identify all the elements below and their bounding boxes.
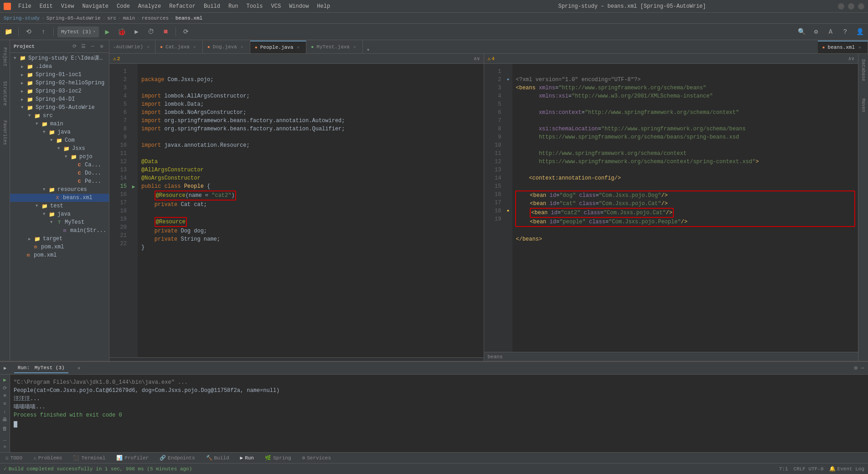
tools-problems[interactable]: ⚠ Problems xyxy=(31,454,64,462)
close-panel-icon[interactable]: ─ xyxy=(861,365,864,371)
tree-item-people[interactable]: C Pe... xyxy=(10,177,109,185)
tree-item-testjava[interactable]: ▼ 📁 java xyxy=(10,210,109,218)
run-filter-btn[interactable]: ≡ xyxy=(1,400,9,407)
toolbar-help[interactable]: ? xyxy=(839,26,852,38)
expand-icon[interactable]: ∧ xyxy=(848,56,852,62)
sidebar-minimize-icon[interactable]: ─ xyxy=(89,43,96,50)
run-scroll-btn[interactable]: ↓ xyxy=(1,408,9,415)
toolbar-project-btn[interactable]: 📁 xyxy=(2,26,15,38)
tab-dogjava[interactable]: ● Dog.java ✕ xyxy=(203,41,250,53)
tab-more[interactable]: ▾ xyxy=(363,46,373,53)
tree-item-pojo[interactable]: ▼ 📁 pojo xyxy=(10,153,109,161)
tab-autowrie[interactable]: -AutoWrie) ✕ xyxy=(109,41,155,53)
toolbar-translate[interactable]: A xyxy=(824,26,837,38)
menu-build[interactable]: Build xyxy=(200,2,224,10)
side-tab-project[interactable]: Project xyxy=(1,44,8,70)
menu-navigate[interactable]: Navigate xyxy=(78,2,112,10)
tree-item-main-method[interactable]: m main(Str... xyxy=(10,227,109,235)
tab-close[interactable]: ✕ xyxy=(145,44,151,50)
toolbar-sync[interactable]: ⟳ xyxy=(180,26,192,38)
toolbar-vcs-btn[interactable]: ⟲ xyxy=(22,26,35,38)
sidebar-settings-icon[interactable]: ☰ xyxy=(80,43,87,50)
tools-terminal[interactable]: ⬛ Terminal xyxy=(71,454,107,462)
tab-beansxml[interactable]: ● beans.xml ✕ xyxy=(818,41,868,53)
tree-item-dog[interactable]: C Do... xyxy=(10,169,109,177)
menu-analyze[interactable]: Analyze xyxy=(134,2,165,10)
breadcrumb-spring05[interactable]: Spring-05-AutoWrie xyxy=(46,15,101,21)
tools-todo[interactable]: ☑ TODO xyxy=(4,454,24,462)
tab-close[interactable]: ✕ xyxy=(191,44,198,50)
menu-vcs[interactable]: VCS xyxy=(268,2,285,10)
tools-services[interactable]: ⚙ Services xyxy=(300,454,333,462)
tree-item-root[interactable]: ▼ 📁 Spring-study E:\Idea课程\Sp xyxy=(10,54,109,62)
breadcrumb-beansxml[interactable]: beans.xml xyxy=(176,15,202,21)
toolbar-search[interactable]: 🔍 xyxy=(795,26,808,38)
tab-close[interactable]: ✕ xyxy=(351,44,358,50)
encoding[interactable]: CRLF UTF-8 xyxy=(794,466,824,472)
sidebar-gear-icon[interactable]: ⚙ xyxy=(98,43,105,50)
breadcrumb-main[interactable]: main xyxy=(123,15,135,21)
settings-icon[interactable]: ⚙ xyxy=(854,365,858,371)
tab-close[interactable]: ✕ xyxy=(857,44,863,51)
close-button[interactable]: ✕ xyxy=(858,3,864,10)
tree-item-target[interactable]: ▶ 📁 target xyxy=(10,235,109,243)
menu-help[interactable]: Help xyxy=(313,2,334,10)
code-content-right[interactable]: <?xml version="1.0" encoding="UTF-8"?> <… xyxy=(512,64,858,352)
tree-item-pomxml-inner[interactable]: m pom.xml xyxy=(10,243,109,251)
tree-item-spring04[interactable]: ▶ 📁 Spring-04-DI xyxy=(10,95,109,103)
tree-item-cat[interactable]: C Ca... xyxy=(10,161,109,169)
breadcrumb-resources[interactable]: resources xyxy=(142,15,169,21)
collapse-icon[interactable]: ∨ xyxy=(477,56,480,62)
toolbar-vcs-push[interactable]: ↑ xyxy=(37,26,50,38)
side-tab-maven[interactable]: Maven xyxy=(860,95,867,116)
minimize-button[interactable]: ─ xyxy=(838,3,844,10)
tree-item-main[interactable]: ▼ 📁 main xyxy=(10,120,109,128)
tab-peoplejava[interactable]: ● People.java ✕ xyxy=(250,41,307,53)
tab-mytestjava[interactable]: ● MyTest.java ✕ xyxy=(306,41,363,53)
tools-spring[interactable]: 🌿 Spring xyxy=(263,454,293,462)
menu-run[interactable]: Run xyxy=(225,2,242,10)
tree-item-test[interactable]: ▼ 📁 test xyxy=(10,202,109,210)
tree-item-spring05[interactable]: ▼ 📁 Spring-05-AutoWrie xyxy=(10,103,109,112)
run-tab-close[interactable]: ✕ xyxy=(76,365,83,371)
tree-item-src[interactable]: ▼ 📁 src xyxy=(10,112,109,120)
tree-item-com[interactable]: ▼ 📁 Com xyxy=(10,136,109,144)
tools-run[interactable]: ▶ Run xyxy=(238,454,256,462)
menu-edit[interactable]: Edit xyxy=(36,2,57,10)
run-config-dropdown[interactable]: ▾ xyxy=(93,29,95,34)
toolbar-avatar[interactable]: 👤 xyxy=(853,26,866,38)
run-rerun-btn[interactable]: ⟳ xyxy=(1,384,9,391)
tree-item-spring02[interactable]: ▶ 📁 Spring-02-helloSpring xyxy=(10,79,109,87)
tree-item-spring01[interactable]: ▶ 📁 Spring-01-ioc1 xyxy=(10,71,109,79)
profile-button[interactable]: ⏱ xyxy=(145,26,157,38)
stop-button[interactable]: ■ xyxy=(159,26,172,38)
build-status[interactable]: ✓ Build completed successfully in 1 sec,… xyxy=(4,466,192,472)
tree-item-idea[interactable]: ▶ 📁 .idea xyxy=(10,62,109,71)
code-content-left[interactable]: package Com.Jsxs.pojo; import lombok.All… xyxy=(138,64,484,357)
coverage-button[interactable]: ▶ xyxy=(130,26,143,38)
tree-item-resources[interactable]: ▼ 📁 resources xyxy=(10,185,109,194)
side-tab-structure[interactable]: Structure xyxy=(1,77,8,109)
tools-profiler[interactable]: 📊 Profiler xyxy=(114,454,150,462)
expand-icon[interactable]: ∧ xyxy=(474,56,477,62)
hscroll-left[interactable] xyxy=(109,357,484,361)
run-trash-btn[interactable]: 🗑 xyxy=(1,425,9,432)
collapse-icon[interactable]: ∨ xyxy=(851,56,854,62)
tools-build[interactable]: 🔨 Build xyxy=(204,454,231,462)
run-cursor-btn[interactable]: _ xyxy=(1,435,9,442)
breadcrumb-src[interactable]: src xyxy=(107,15,116,21)
run-stop-btn[interactable]: ■ xyxy=(1,392,9,399)
tree-item-jsxs[interactable]: ▼ 📁 Jsxs xyxy=(10,144,109,153)
tree-item-java[interactable]: ▼ 📁 java xyxy=(10,128,109,136)
tab-close[interactable]: ✕ xyxy=(295,44,301,51)
run-configuration[interactable]: MyTest (3) ▾ xyxy=(57,26,99,37)
run-more-btn[interactable]: » xyxy=(1,443,9,450)
toolbar-settings[interactable]: ⚙ xyxy=(810,26,822,38)
tree-item-spring03[interactable]: ▶ 📁 Spring-03-ioc2 xyxy=(10,87,109,95)
bottom-tab-run[interactable]: Run: MyTest (3) xyxy=(14,363,68,373)
debug-button[interactable]: 🐞 xyxy=(115,26,128,38)
event-log[interactable]: 🔔 Event Log xyxy=(829,466,864,472)
menu-code[interactable]: Code xyxy=(113,2,134,10)
menu-file[interactable]: File xyxy=(15,2,35,10)
side-tab-favorites[interactable]: Favorites xyxy=(1,117,8,149)
